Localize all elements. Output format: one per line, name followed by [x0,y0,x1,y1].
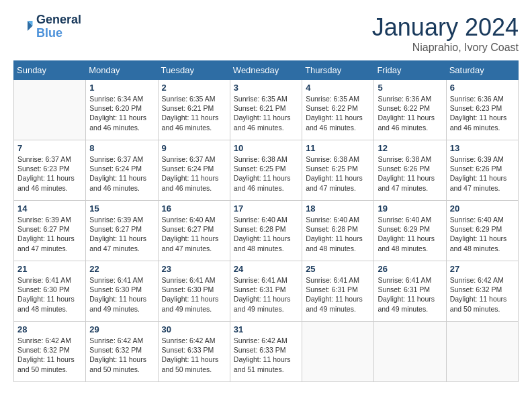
calendar-cell: 28Sunrise: 6:42 AMSunset: 6:32 PMDayligh… [14,322,86,382]
title-block: January 2024 Niaprahio, Ivory Coast [372,13,519,54]
day-number: 9 [162,143,226,153]
calendar-cell [374,322,446,382]
logo: General Blue [13,13,81,40]
day-info: Sunrise: 6:42 AMSunset: 6:32 PMDaylight:… [89,336,154,374]
day-info: Sunrise: 6:38 AMSunset: 6:25 PMDaylight:… [306,154,370,193]
calendar-cell: 18Sunrise: 6:40 AMSunset: 6:28 PMDayligh… [302,201,374,261]
day-info: Sunrise: 6:36 AMSunset: 6:23 PMDaylight:… [450,94,515,132]
calendar-cell: 11Sunrise: 6:38 AMSunset: 6:25 PMDayligh… [302,140,374,201]
day-info: Sunrise: 6:41 AMSunset: 6:31 PMDaylight:… [306,275,370,314]
calendar-cell: 25Sunrise: 6:41 AMSunset: 6:31 PMDayligh… [302,261,374,322]
calendar-cell: 21Sunrise: 6:41 AMSunset: 6:30 PMDayligh… [14,261,86,322]
calendar-cell: 22Sunrise: 6:41 AMSunset: 6:30 PMDayligh… [86,261,158,322]
calendar-cell: 26Sunrise: 6:41 AMSunset: 6:31 PMDayligh… [374,261,446,322]
day-number: 11 [306,143,370,153]
day-number: 3 [234,83,298,93]
day-number: 7 [17,143,82,153]
calendar-cell: 8Sunrise: 6:37 AMSunset: 6:24 PMDaylight… [86,140,158,201]
calendar-cell: 7Sunrise: 6:37 AMSunset: 6:23 PMDaylight… [14,140,86,201]
calendar-cell: 30Sunrise: 6:42 AMSunset: 6:33 PMDayligh… [158,322,230,382]
day-info: Sunrise: 6:42 AMSunset: 6:32 PMDaylight:… [450,275,515,314]
day-info: Sunrise: 6:38 AMSunset: 6:26 PMDaylight:… [378,154,442,193]
calendar-cell: 12Sunrise: 6:38 AMSunset: 6:26 PMDayligh… [374,140,446,201]
calendar-cell: 3Sunrise: 6:35 AMSunset: 6:21 PMDaylight… [230,80,302,140]
day-info: Sunrise: 6:40 AMSunset: 6:28 PMDaylight:… [306,215,370,253]
calendar-week-row: 21Sunrise: 6:41 AMSunset: 6:30 PMDayligh… [14,261,519,322]
day-number: 15 [89,203,154,214]
weekday-header: Thursday [302,61,374,80]
day-info: Sunrise: 6:35 AMSunset: 6:22 PMDaylight:… [306,94,370,132]
day-number: 31 [234,324,298,334]
calendar-cell: 27Sunrise: 6:42 AMSunset: 6:32 PMDayligh… [446,261,518,322]
day-number: 1 [89,83,154,93]
day-info: Sunrise: 6:39 AMSunset: 6:26 PMDaylight:… [450,154,515,193]
day-info: Sunrise: 6:41 AMSunset: 6:30 PMDaylight:… [17,275,82,314]
day-number: 4 [306,83,370,93]
day-number: 5 [378,83,442,93]
calendar-cell [446,322,518,382]
page-header: General Blue January 2024 Niaprahio, Ivo… [13,13,519,54]
calendar-cell: 16Sunrise: 6:40 AMSunset: 6:27 PMDayligh… [158,201,230,261]
calendar-cell: 29Sunrise: 6:42 AMSunset: 6:32 PMDayligh… [86,322,158,382]
day-info: Sunrise: 6:41 AMSunset: 6:31 PMDaylight:… [378,275,442,314]
day-info: Sunrise: 6:40 AMSunset: 6:27 PMDaylight:… [162,215,226,253]
day-info: Sunrise: 6:40 AMSunset: 6:28 PMDaylight:… [234,215,298,253]
day-number: 23 [162,264,226,274]
day-info: Sunrise: 6:42 AMSunset: 6:32 PMDaylight:… [17,336,82,374]
day-number: 29 [89,324,154,334]
month-title: January 2024 [372,13,519,42]
day-info: Sunrise: 6:37 AMSunset: 6:24 PMDaylight:… [89,154,154,193]
day-number: 6 [450,83,515,93]
day-number: 30 [162,324,226,334]
day-number: 20 [450,203,515,214]
calendar-table: SundayMondayTuesdayWednesdayThursdayFrid… [13,60,519,382]
day-number: 17 [234,203,298,214]
day-number: 8 [89,143,154,153]
weekday-header: Wednesday [230,61,302,80]
calendar-cell: 20Sunrise: 6:40 AMSunset: 6:29 PMDayligh… [446,201,518,261]
calendar-cell: 2Sunrise: 6:35 AMSunset: 6:21 PMDaylight… [158,80,230,140]
calendar-cell [302,322,374,382]
logo-icon [13,17,34,37]
day-info: Sunrise: 6:37 AMSunset: 6:23 PMDaylight:… [17,154,82,193]
day-info: Sunrise: 6:42 AMSunset: 6:33 PMDaylight:… [162,336,226,374]
calendar-cell: 6Sunrise: 6:36 AMSunset: 6:23 PMDaylight… [446,80,518,140]
day-info: Sunrise: 6:40 AMSunset: 6:29 PMDaylight:… [450,215,515,253]
day-number: 10 [234,143,298,153]
calendar-week-row: 7Sunrise: 6:37 AMSunset: 6:23 PMDaylight… [14,140,519,201]
day-info: Sunrise: 6:41 AMSunset: 6:30 PMDaylight:… [89,275,154,314]
logo-text: General Blue [36,13,81,40]
location-title: Niaprahio, Ivory Coast [372,42,519,54]
day-number: 26 [378,264,442,274]
calendar-cell: 31Sunrise: 6:42 AMSunset: 6:33 PMDayligh… [230,322,302,382]
calendar-cell: 14Sunrise: 6:39 AMSunset: 6:27 PMDayligh… [14,201,86,261]
calendar-cell: 5Sunrise: 6:36 AMSunset: 6:22 PMDaylight… [374,80,446,140]
day-info: Sunrise: 6:41 AMSunset: 6:31 PMDaylight:… [234,275,298,314]
day-number: 14 [17,203,82,214]
day-info: Sunrise: 6:39 AMSunset: 6:27 PMDaylight:… [89,215,154,253]
calendar-cell: 17Sunrise: 6:40 AMSunset: 6:28 PMDayligh… [230,201,302,261]
day-number: 22 [89,264,154,274]
calendar-cell: 19Sunrise: 6:40 AMSunset: 6:29 PMDayligh… [374,201,446,261]
day-info: Sunrise: 6:36 AMSunset: 6:22 PMDaylight:… [378,94,442,132]
day-number: 24 [234,264,298,274]
weekday-header: Sunday [14,61,86,80]
day-info: Sunrise: 6:34 AMSunset: 6:20 PMDaylight:… [89,94,154,132]
weekday-header: Monday [86,61,158,80]
calendar-cell: 9Sunrise: 6:37 AMSunset: 6:24 PMDaylight… [158,140,230,201]
day-info: Sunrise: 6:38 AMSunset: 6:25 PMDaylight:… [234,154,298,193]
day-number: 12 [378,143,442,153]
calendar-week-row: 28Sunrise: 6:42 AMSunset: 6:32 PMDayligh… [14,322,519,382]
day-info: Sunrise: 6:40 AMSunset: 6:29 PMDaylight:… [378,215,442,253]
day-info: Sunrise: 6:39 AMSunset: 6:27 PMDaylight:… [17,215,82,253]
calendar-week-row: 14Sunrise: 6:39 AMSunset: 6:27 PMDayligh… [14,201,519,261]
weekday-header: Friday [374,61,446,80]
calendar-cell: 1Sunrise: 6:34 AMSunset: 6:20 PMDaylight… [86,80,158,140]
calendar-cell: 10Sunrise: 6:38 AMSunset: 6:25 PMDayligh… [230,140,302,201]
calendar-week-row: 1Sunrise: 6:34 AMSunset: 6:20 PMDaylight… [14,80,519,140]
weekday-header: Tuesday [158,61,230,80]
calendar-header-row: SundayMondayTuesdayWednesdayThursdayFrid… [14,61,519,80]
day-info: Sunrise: 6:42 AMSunset: 6:33 PMDaylight:… [234,336,298,374]
day-number: 16 [162,203,226,214]
day-info: Sunrise: 6:35 AMSunset: 6:21 PMDaylight:… [162,94,226,132]
